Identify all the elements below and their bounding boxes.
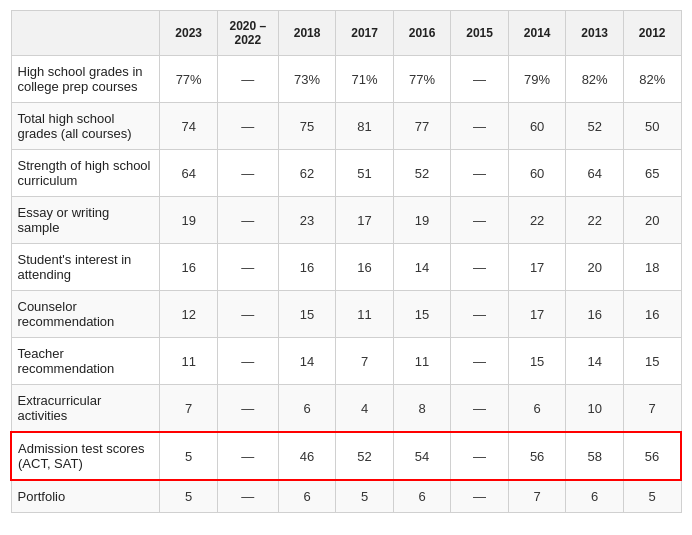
row-value: 22 (566, 197, 624, 244)
table-row: Teacher recommendation11—14711—151415 (11, 338, 681, 385)
row-value: 6 (566, 480, 624, 513)
row-value: 14 (393, 244, 451, 291)
row-value: 4 (336, 385, 394, 433)
row-value: 12 (160, 291, 218, 338)
row-label: Portfolio (11, 480, 160, 513)
table-row: High school grades in college prep cours… (11, 56, 681, 103)
row-value: 15 (393, 291, 451, 338)
table-row: Admission test scores (ACT, SAT)5—465254… (11, 432, 681, 480)
header-2017: 2017 (336, 11, 394, 56)
row-value: 60 (508, 150, 566, 197)
row-value: 22 (508, 197, 566, 244)
row-value: — (217, 338, 278, 385)
row-value: 58 (566, 432, 624, 480)
row-value: 73% (278, 56, 336, 103)
row-value: 14 (278, 338, 336, 385)
row-value: 77 (393, 103, 451, 150)
row-value: 5 (160, 480, 218, 513)
data-table: 2023 2020 – 2022 2018 2017 2016 2015 201… (10, 10, 682, 513)
row-value: — (217, 244, 278, 291)
row-value: 11 (336, 291, 394, 338)
row-value: 7 (160, 385, 218, 433)
row-value: 52 (566, 103, 624, 150)
row-value: 54 (393, 432, 451, 480)
row-value: 11 (393, 338, 451, 385)
row-value: 77% (160, 56, 218, 103)
row-value: 74 (160, 103, 218, 150)
row-value: 19 (160, 197, 218, 244)
row-value: 18 (623, 244, 681, 291)
table-row: Counselor recommendation12—151115—171616 (11, 291, 681, 338)
row-value: 52 (393, 150, 451, 197)
row-value: 15 (278, 291, 336, 338)
row-value: 11 (160, 338, 218, 385)
row-label: Extracurricular activities (11, 385, 160, 433)
row-value: 46 (278, 432, 336, 480)
row-value: 16 (623, 291, 681, 338)
row-value: 19 (393, 197, 451, 244)
header-2016: 2016 (393, 11, 451, 56)
row-label: Counselor recommendation (11, 291, 160, 338)
row-value: — (451, 385, 509, 433)
row-value: 7 (336, 338, 394, 385)
row-label: Total high school grades (all courses) (11, 103, 160, 150)
row-value: 5 (623, 480, 681, 513)
row-value: 6 (278, 385, 336, 433)
row-value: — (451, 103, 509, 150)
row-value: 64 (566, 150, 624, 197)
row-value: 82% (566, 56, 624, 103)
row-value: 5 (160, 432, 218, 480)
table-row: Strength of high school curriculum64—625… (11, 150, 681, 197)
row-value: — (451, 480, 509, 513)
row-value: 79% (508, 56, 566, 103)
table-row: Essay or writing sample19—231719—222220 (11, 197, 681, 244)
row-value: — (451, 338, 509, 385)
row-value: — (217, 197, 278, 244)
row-value: 52 (336, 432, 394, 480)
row-value: 6 (393, 480, 451, 513)
row-value: 15 (623, 338, 681, 385)
row-value: 50 (623, 103, 681, 150)
row-value: — (451, 56, 509, 103)
row-value: 17 (508, 244, 566, 291)
header-2018: 2018 (278, 11, 336, 56)
row-value: 60 (508, 103, 566, 150)
row-label: Admission test scores (ACT, SAT) (11, 432, 160, 480)
table-row: Portfolio5—656—765 (11, 480, 681, 513)
row-value: 20 (566, 244, 624, 291)
row-value: 16 (160, 244, 218, 291)
row-value: 6 (508, 385, 566, 433)
row-value: 7 (623, 385, 681, 433)
row-value: 7 (508, 480, 566, 513)
row-value: 62 (278, 150, 336, 197)
row-value: — (217, 103, 278, 150)
row-value: — (217, 432, 278, 480)
row-value: 56 (623, 432, 681, 480)
row-value: 51 (336, 150, 394, 197)
row-value: 10 (566, 385, 624, 433)
header-row: 2023 2020 – 2022 2018 2017 2016 2015 201… (11, 11, 681, 56)
row-value: 23 (278, 197, 336, 244)
row-value: — (217, 291, 278, 338)
row-value: — (217, 150, 278, 197)
row-label: High school grades in college prep cours… (11, 56, 160, 103)
header-factor (11, 11, 160, 56)
row-value: 65 (623, 150, 681, 197)
header-2023: 2023 (160, 11, 218, 56)
row-value: — (451, 197, 509, 244)
row-label: Essay or writing sample (11, 197, 160, 244)
row-value: 82% (623, 56, 681, 103)
row-value: 71% (336, 56, 394, 103)
row-value: — (451, 432, 509, 480)
row-value: 17 (508, 291, 566, 338)
table-row: Student's interest in attending16—161614… (11, 244, 681, 291)
row-value: — (217, 56, 278, 103)
row-value: 16 (566, 291, 624, 338)
row-value: — (451, 244, 509, 291)
row-value: 77% (393, 56, 451, 103)
row-value: 6 (278, 480, 336, 513)
row-value: 14 (566, 338, 624, 385)
row-value: — (451, 150, 509, 197)
row-label: Strength of high school curriculum (11, 150, 160, 197)
row-label: Student's interest in attending (11, 244, 160, 291)
